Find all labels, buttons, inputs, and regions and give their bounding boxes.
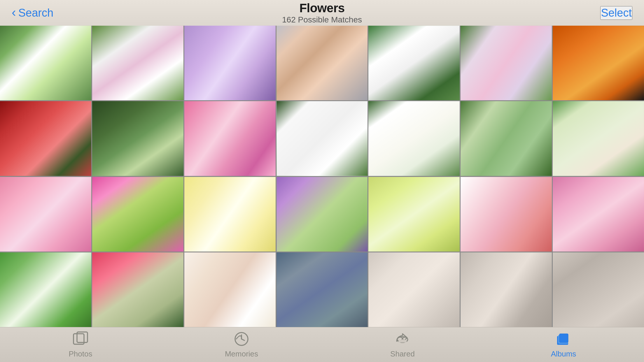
tab-shared[interactable]: Shared bbox=[359, 331, 446, 359]
select-button[interactable]: Select bbox=[600, 6, 632, 20]
photo-cell-22[interactable] bbox=[0, 252, 91, 327]
photo-cell-21[interactable] bbox=[553, 177, 644, 252]
photo-cell-5[interactable] bbox=[368, 26, 460, 100]
tab-albums-label: Albums bbox=[551, 349, 576, 359]
photo-cell-26[interactable] bbox=[368, 252, 460, 327]
photos-icon bbox=[72, 331, 89, 347]
photo-cell-10[interactable] bbox=[184, 101, 276, 176]
memories-icon bbox=[233, 331, 250, 347]
header: ‹ Search Flowers 162 Possible Matches Se… bbox=[0, 0, 644, 26]
shared-icon bbox=[394, 331, 411, 347]
header-title-group: Flowers 162 Possible Matches bbox=[282, 1, 362, 24]
photo-cell-18[interactable] bbox=[276, 177, 368, 252]
photo-cell-11[interactable] bbox=[276, 101, 368, 176]
photo-cell-24[interactable] bbox=[184, 252, 276, 327]
photo-cell-12[interactable] bbox=[368, 101, 460, 176]
photo-cell-16[interactable] bbox=[92, 177, 183, 252]
photo-cell-28[interactable] bbox=[553, 252, 644, 327]
photo-cell-17[interactable] bbox=[184, 177, 276, 252]
photo-cell-7[interactable] bbox=[553, 26, 644, 100]
photo-cell-27[interactable] bbox=[461, 252, 552, 327]
photo-cell-23[interactable] bbox=[92, 252, 183, 327]
photo-cell-19[interactable] bbox=[368, 177, 460, 252]
chevron-left-icon: ‹ bbox=[12, 6, 16, 19]
photo-grid bbox=[0, 26, 644, 327]
photo-cell-2[interactable] bbox=[92, 26, 183, 100]
photo-cell-1[interactable] bbox=[0, 26, 91, 100]
albums-icon bbox=[555, 331, 572, 347]
back-label: Search bbox=[18, 7, 53, 19]
tab-photos-label: Photos bbox=[69, 349, 92, 359]
svg-rect-6 bbox=[398, 340, 407, 342]
photo-cell-20[interactable] bbox=[461, 177, 552, 252]
tab-albums[interactable]: Albums bbox=[520, 331, 607, 359]
photo-cell-25[interactable] bbox=[276, 252, 368, 327]
photo-cell-8[interactable] bbox=[0, 101, 91, 176]
photo-cell-6[interactable] bbox=[461, 26, 552, 100]
back-button[interactable]: ‹ Search bbox=[12, 7, 53, 19]
photo-cell-9[interactable] bbox=[92, 101, 183, 176]
tab-shared-label: Shared bbox=[390, 349, 415, 359]
svg-rect-9 bbox=[559, 334, 568, 342]
photo-cell-4[interactable] bbox=[276, 26, 368, 100]
page-title: Flowers bbox=[282, 1, 362, 15]
tab-memories-label: Memories bbox=[225, 349, 258, 359]
photo-cell-15[interactable] bbox=[0, 177, 91, 252]
tab-bar: Photos Memories Shared bbox=[0, 327, 644, 362]
photo-cell-3[interactable] bbox=[184, 26, 276, 100]
photo-cell-13[interactable] bbox=[461, 101, 552, 176]
page-subtitle: 162 Possible Matches bbox=[282, 15, 362, 24]
photo-cell-14[interactable] bbox=[553, 101, 644, 176]
tab-photos[interactable]: Photos bbox=[37, 331, 124, 359]
tab-memories[interactable]: Memories bbox=[198, 331, 285, 359]
